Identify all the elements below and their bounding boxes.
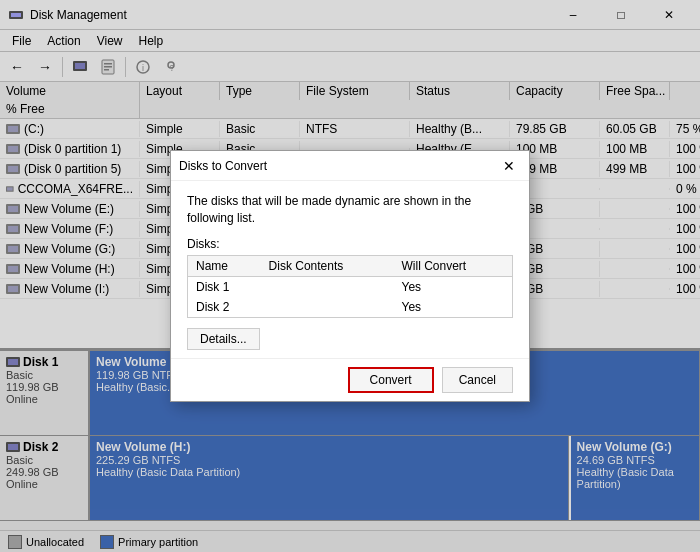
modal-th-contents: Disk Contents — [261, 255, 394, 276]
modal-title: Disks to Convert — [179, 159, 267, 173]
modal-footer: Convert Cancel — [171, 358, 529, 401]
modal-close-button[interactable]: ✕ — [497, 155, 521, 177]
modal-td-will-convert: Yes — [393, 276, 512, 297]
modal-description: The disks that will be made dynamic are … — [187, 193, 513, 227]
modal-th-will-convert: Will Convert — [393, 255, 512, 276]
modal-details-row: Details... — [187, 328, 513, 358]
modal-overlay: Disks to Convert ✕ The disks that will b… — [0, 0, 700, 552]
modal-table-header-row: Name Disk Contents Will Convert — [188, 255, 513, 276]
modal-body: The disks that will be made dynamic are … — [171, 181, 529, 358]
modal-td-contents — [261, 297, 394, 318]
modal-td-will-convert: Yes — [393, 297, 512, 318]
modal-th-name: Name — [188, 255, 261, 276]
modal-td-name: Disk 2 — [188, 297, 261, 318]
cancel-button[interactable]: Cancel — [442, 367, 513, 393]
modal-disks-label: Disks: — [187, 237, 513, 251]
modal-table-row: Disk 1 Yes — [188, 276, 513, 297]
modal-disks-to-convert: Disks to Convert ✕ The disks that will b… — [170, 150, 530, 402]
modal-table-row: Disk 2 Yes — [188, 297, 513, 318]
modal-td-contents — [261, 276, 394, 297]
modal-disks-table: Name Disk Contents Will Convert Disk 1 Y… — [187, 255, 513, 318]
convert-button[interactable]: Convert — [348, 367, 434, 393]
details-button[interactable]: Details... — [187, 328, 260, 350]
modal-title-bar: Disks to Convert ✕ — [171, 151, 529, 181]
modal-td-name: Disk 1 — [188, 276, 261, 297]
